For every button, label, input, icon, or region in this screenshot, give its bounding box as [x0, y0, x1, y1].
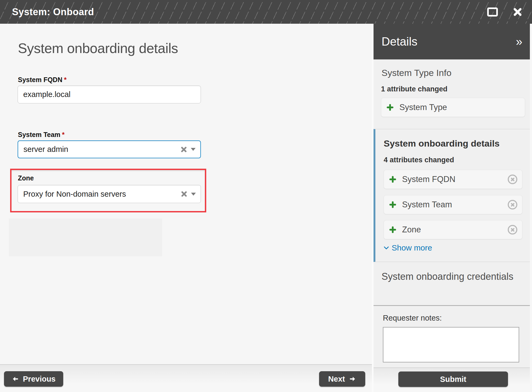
- submit-button-label: Submit: [440, 375, 466, 384]
- system-fqdn-input[interactable]: [18, 86, 201, 103]
- section-heading-system-type-info: System Type Info: [382, 68, 451, 78]
- attribute-label: System FQDN: [402, 175, 455, 184]
- system-team-label: System Team*: [18, 131, 65, 139]
- system-team-select[interactable]: server admin: [18, 140, 201, 158]
- attribute-card-system-team: System Team: [384, 195, 522, 214]
- next-button[interactable]: Next: [319, 371, 365, 387]
- system-fqdn-label: System FQDN*: [18, 76, 66, 84]
- previous-button-label: Previous: [23, 375, 56, 383]
- attribute-label: Zone: [402, 225, 421, 235]
- attribute-label: System Team: [402, 200, 452, 209]
- plus-icon: [389, 176, 396, 183]
- chevron-down-icon[interactable]: [191, 148, 196, 151]
- system-fqdn-label-text: System FQDN: [18, 76, 62, 83]
- attribute-card-system-type: System Type: [381, 98, 525, 117]
- zone-selected-value: Proxy for Non-domain servers: [23, 190, 181, 199]
- attribute-label: System Type: [399, 103, 447, 112]
- onboard-window: System: Onboard System onboarding detail…: [0, 0, 532, 392]
- collapse-panel-icon[interactable]: »: [516, 36, 522, 47]
- plus-icon: [389, 226, 396, 233]
- chevron-down-icon[interactable]: [191, 193, 196, 196]
- empty-field-placeholder: [9, 219, 162, 256]
- details-header: Details »: [374, 24, 532, 59]
- chevron-down-icon: [384, 246, 389, 250]
- arrow-left-icon: [12, 375, 19, 382]
- changed-count: 1 attribute changed: [381, 85, 447, 93]
- section-heading-credentials: System onboarding credentials: [382, 271, 513, 282]
- zone-select[interactable]: Proxy for Non-domain servers: [18, 185, 201, 203]
- next-button-label: Next: [328, 375, 345, 383]
- plus-icon: [387, 104, 394, 111]
- show-more-link[interactable]: Show more: [384, 243, 432, 252]
- arrow-right-icon: [349, 375, 356, 382]
- section-heading-onboarding-details: System onboarding details: [384, 138, 500, 149]
- details-title: Details: [382, 35, 516, 48]
- system-team-label-text: System Team: [18, 131, 60, 138]
- zone-label-text: Zone: [18, 174, 34, 182]
- zone-label: Zone: [18, 174, 34, 182]
- remove-attribute-icon[interactable]: [508, 175, 517, 184]
- previous-button[interactable]: Previous: [4, 371, 63, 387]
- submit-button[interactable]: Submit: [398, 371, 508, 387]
- remove-attribute-icon[interactable]: [508, 225, 517, 235]
- scroll-gutter: [530, 24, 532, 392]
- section-divider: [374, 305, 532, 306]
- section-system-onboarding-details: System onboarding details 4 attributes c…: [374, 129, 532, 262]
- clear-selection-icon[interactable]: [181, 191, 187, 197]
- clear-selection-icon[interactable]: [181, 146, 187, 153]
- sidebar-footer: Submit: [374, 367, 532, 392]
- window-titlebar: System: Onboard: [0, 0, 532, 24]
- zone-highlight-box: Zone Proxy for Non-domain servers: [10, 169, 206, 212]
- wizard-footer: Previous Next: [0, 364, 372, 392]
- required-asterisk: *: [64, 76, 67, 83]
- attribute-card-system-fqdn: System FQDN: [384, 170, 522, 189]
- remove-attribute-icon[interactable]: [508, 200, 517, 209]
- page-title: System onboarding details: [18, 40, 178, 56]
- system-team-selected-value: server admin: [23, 145, 181, 154]
- details-sidebar: Details » System Type Info 1 attribute c…: [374, 24, 532, 392]
- window-title: System: Onboard: [12, 6, 94, 18]
- attribute-card-zone: Zone: [384, 220, 522, 239]
- plus-icon: [389, 201, 396, 208]
- show-more-label: Show more: [392, 243, 432, 252]
- window-controls: [487, 7, 532, 17]
- requester-notes-label: Requester notes:: [383, 314, 442, 322]
- changed-count: 4 attributes changed: [384, 156, 454, 164]
- requester-notes-input[interactable]: [383, 327, 519, 362]
- maximize-icon[interactable]: [487, 7, 498, 17]
- required-asterisk: *: [62, 131, 65, 138]
- close-icon[interactable]: [513, 7, 522, 17]
- form-panel: System onboarding details System FQDN* S…: [0, 24, 372, 392]
